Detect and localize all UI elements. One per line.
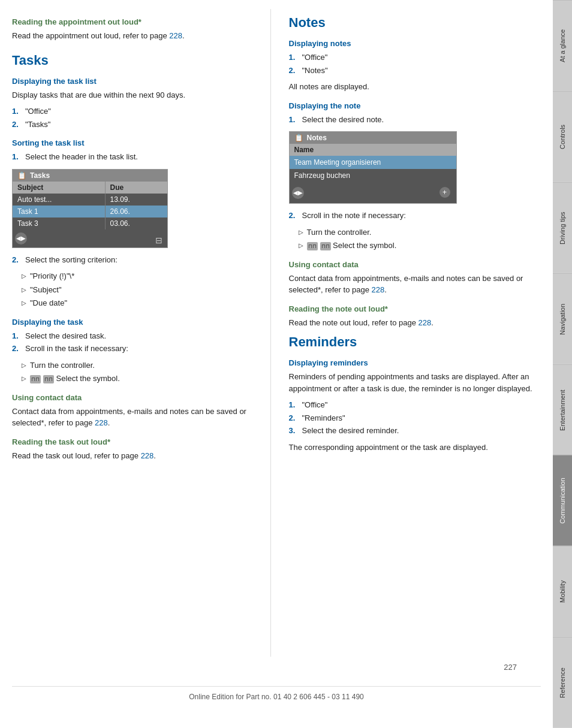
step-item: 1."Office" (12, 105, 264, 117)
displaying-reminders-extra: The corresponding appointment or the tas… (289, 442, 541, 454)
table-row: Task 3 03.06. (13, 218, 167, 229)
col-subject: Subject (13, 182, 105, 194)
col-name: Name (290, 144, 456, 156)
using-contact-data-tasks-text: Contact data from appointments, e-mails … (12, 406, 264, 429)
reading-task-link[interactable]: 228 (141, 451, 154, 460)
footer: Online Edition for Part no. 01 40 2 606 … (12, 686, 541, 704)
notes-title: Notes (289, 15, 541, 31)
tab-reference[interactable]: Reference (553, 637, 572, 728)
reading-appointment-section: Reading the appointment out loud* Read t… (12, 17, 264, 42)
displaying-task-list-section: Displaying the task list Display tasks t… (12, 77, 264, 131)
displaying-notes-extra: All notes are displayed. (289, 81, 541, 93)
sorting-task-list-section: Sorting the task list 1.Select the heade… (12, 138, 264, 309)
screenshot-bottom-icon: ⊟ (155, 235, 162, 245)
sorting-step2: 2.Select the sorting criterion: (12, 254, 264, 266)
reading-note-section: Reading the note out loud* Read the note… (289, 304, 541, 329)
displaying-notes-steps: 1."Office" 2."Notes" (289, 52, 541, 76)
ctrl-sym-2: ⊓⊓ (320, 242, 331, 250)
step-item: 1.Select the header in the task list. (12, 151, 264, 163)
list-item: Turn the controller. (22, 360, 264, 371)
tab-navigation[interactable]: Navigation (553, 273, 572, 364)
note-bullets: Turn the controller. ⊓⊓ ⊓⊓ Select the sy… (299, 226, 541, 252)
ctrl-sym-1: ⊓⊓ (307, 242, 318, 250)
step-item: 2.Scroll in the note if necessary: (289, 210, 541, 222)
list-item: ⊓⊓ ⊓⊓ Select the symbol. (22, 373, 264, 385)
notes-table: Name Team Meeting organisieren Fahrzeug … (290, 144, 456, 182)
ctrl-sym-2: ⊓⊓ (43, 375, 54, 383)
col-due: Due (105, 182, 167, 194)
tasks-screenshot-icon: 📋 (17, 171, 26, 180)
using-contact-data-tasks-title: Using contact data (12, 393, 264, 402)
reminders-title: Reminders (289, 334, 541, 350)
displaying-note-steps: 1.Select the desired note. (289, 114, 541, 126)
step-item: 2.Scroll in the task if necessary: (12, 343, 264, 355)
tab-communication[interactable]: Communication (553, 455, 572, 546)
step-item: 2."Tasks" (12, 119, 264, 131)
reading-note-text: Read the note out loud, refer to page 22… (289, 317, 541, 329)
reading-task-title: Reading the task out loud* (12, 437, 264, 446)
page-number: 227 (12, 663, 541, 672)
reading-task-text: Read the task out loud, refer to page 22… (12, 450, 264, 462)
contact-data-notes-link[interactable]: 228 (372, 285, 385, 294)
ctrl-sym-1: ⊓⊓ (30, 375, 41, 383)
reminders-section: Reminders Displaying reminders Reminders… (289, 334, 541, 453)
step-item: 1."Office" (289, 399, 541, 411)
tasks-title: Tasks (12, 53, 264, 68)
tab-entertainment[interactable]: Entertainment (553, 364, 572, 455)
using-contact-data-notes-text: Contact data from appointments, e-mails … (289, 273, 541, 296)
displaying-reminders-intro: Reminders of pending appointments and ta… (289, 371, 541, 394)
notes-screenshot-icon: 📋 (294, 134, 303, 142)
notes-screenshot-titlebar: 📋 Notes (290, 132, 456, 144)
displaying-task-list-title: Displaying the task list (12, 77, 264, 86)
displaying-task-list-steps: 1."Office" 2."Tasks" (12, 105, 264, 130)
table-row: Team Meeting organisieren (290, 156, 456, 169)
list-item: "Priority (!)"\* (22, 270, 264, 282)
tab-controls[interactable]: Controls (553, 91, 572, 182)
using-contact-data-notes-title: Using contact data (289, 260, 541, 269)
step-item: 3.Select the desired reminder. (289, 425, 541, 437)
tasks-screenshot-titlebar: 📋 Tasks (13, 170, 167, 182)
nav-left-icon: ◀▶ (15, 232, 27, 244)
reading-appointment-text: Read the appointment out loud, refer to … (12, 30, 264, 42)
table-row: Task 1 26.06. (13, 206, 167, 218)
notes-section: Notes Displaying notes 1."Office" 2."Not… (289, 15, 541, 328)
displaying-notes-section: Displaying notes 1."Office" 2."Notes" Al… (289, 39, 541, 93)
reading-appointment-link[interactable]: 228 (169, 31, 182, 40)
tab-driving-tips[interactable]: Driving tips (553, 182, 572, 273)
reading-note-link[interactable]: 228 (419, 318, 432, 327)
tab-mobility[interactable]: Mobility (553, 546, 572, 637)
nav-left-icon: ◀▶ (292, 187, 304, 199)
controller-symbols: ⊓⊓ ⊓⊓ (307, 242, 331, 250)
list-item: Turn the controller. (299, 226, 541, 238)
displaying-task-list-intro: Display tasks that are due within the ne… (12, 89, 264, 101)
step-item: 1.Select the desired note. (289, 114, 541, 126)
list-item: "Subject" (22, 284, 264, 296)
step-item: 2."Reminders" (289, 412, 541, 424)
tasks-section: Tasks Displaying the task list Display t… (12, 53, 264, 462)
step-item: 2."Notes" (289, 65, 541, 77)
reading-task-section: Reading the task out loud* Read the task… (12, 437, 264, 462)
displaying-task-steps: 1.Select the desired task. 2.Scroll in t… (12, 330, 264, 355)
tab-at-a-glance[interactable]: At a glance (553, 0, 572, 91)
displaying-reminders-section: Displaying reminders Reminders of pendin… (289, 358, 541, 453)
reading-appointment-title: Reading the appointment out loud* (12, 17, 264, 26)
table-row: Auto test... 13.09. (13, 194, 167, 206)
displaying-task-title: Displaying the task (12, 318, 264, 327)
tasks-table: Subject Due Auto test... 13.09. (13, 182, 167, 229)
notes-screenshot: 📋 Notes Name (289, 131, 457, 204)
displaying-reminders-title: Displaying reminders (289, 358, 541, 367)
contact-data-tasks-link[interactable]: 228 (95, 418, 108, 427)
step-item: 2.Select the sorting criterion: (12, 254, 264, 266)
plus-icon: + (439, 187, 450, 198)
using-contact-data-notes-section: Using contact data Contact data from app… (289, 260, 541, 296)
controller-symbols: ⊓⊓ ⊓⊓ (30, 375, 54, 383)
displaying-task-section: Displaying the task 1.Select the desired… (12, 318, 264, 385)
notes-screenshot-title-text: Notes (307, 134, 327, 142)
using-contact-data-tasks-section: Using contact data Contact data from app… (12, 393, 264, 429)
displaying-notes-title: Displaying notes (289, 39, 541, 48)
table-row: Fahrzeug buchen (290, 169, 456, 182)
side-tabs: At a glance Controls Driving tips Naviga… (553, 0, 572, 728)
displaying-note-section: Displaying the note 1.Select the desired… (289, 101, 541, 252)
step-item: 1."Office" (289, 52, 541, 64)
list-item: "Due date" (22, 297, 264, 309)
